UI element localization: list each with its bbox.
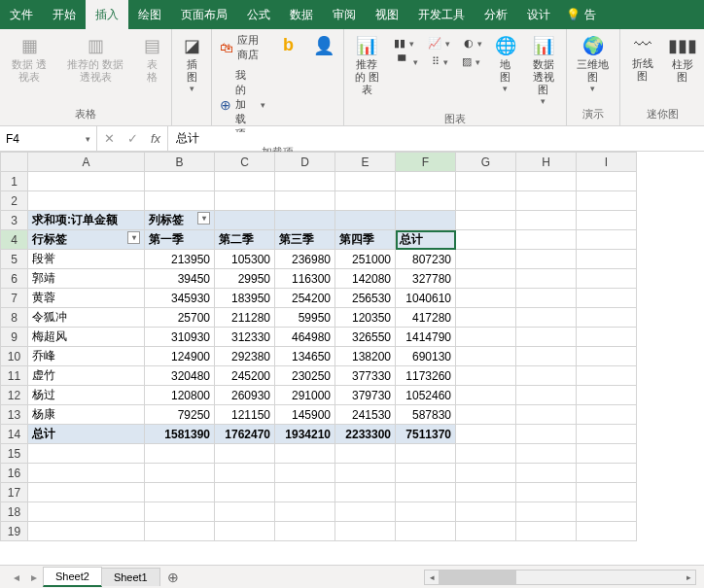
row-header-5[interactable]: 5 (1, 250, 28, 269)
cell-D7[interactable]: 254200 (275, 289, 335, 308)
cell-A16[interactable] (28, 464, 145, 483)
cell-H3[interactable] (516, 211, 577, 230)
cell-A4[interactable]: 行标签▾ (28, 230, 145, 250)
cell-A7[interactable]: 黄蓉 (28, 289, 145, 308)
cell-G11[interactable] (456, 366, 516, 386)
name-box-dropdown-icon[interactable]: ▾ (86, 134, 90, 144)
cell-D15[interactable] (275, 444, 335, 464)
cell-E17[interactable] (335, 483, 396, 502)
cell-C2[interactable] (215, 191, 275, 211)
cell-C8[interactable]: 211280 (215, 308, 275, 328)
cell-A17[interactable] (28, 483, 145, 502)
name-box-input[interactable] (6, 132, 64, 146)
scroll-right-icon[interactable]: ▸ (682, 571, 695, 584)
name-box[interactable]: ▾ (0, 126, 97, 151)
cell-I1[interactable] (577, 172, 637, 191)
cell-I7[interactable] (577, 289, 637, 308)
cell-A6[interactable]: 郭靖 (28, 269, 145, 289)
cell-F13[interactable]: 587830 (396, 405, 456, 425)
cancel-formula-button[interactable]: ✕ (97, 131, 121, 146)
scatter-chart-button[interactable]: ⠿▾ (428, 53, 452, 70)
tab-developer[interactable]: 开发工具 (408, 0, 475, 29)
cell-H18[interactable] (516, 502, 577, 522)
row-header-4[interactable]: 4 (1, 230, 28, 250)
cell-F16[interactable] (396, 464, 456, 483)
cell-H13[interactable] (516, 405, 577, 425)
cell-H12[interactable] (516, 386, 577, 405)
cell-B12[interactable]: 120800 (145, 386, 215, 405)
cell-I11[interactable] (577, 366, 637, 386)
cell-B7[interactable]: 345930 (145, 289, 215, 308)
cell-B9[interactable]: 310930 (145, 328, 215, 347)
cell-B18[interactable] (145, 502, 215, 522)
cell-F4[interactable]: 总计 (396, 230, 456, 250)
cell-D1[interactable] (275, 172, 335, 191)
cell-G10[interactable] (456, 347, 516, 366)
cell-E10[interactable]: 138200 (335, 347, 396, 366)
cell-G3[interactable] (456, 211, 516, 230)
cell-F6[interactable]: 327780 (396, 269, 456, 289)
cell-G19[interactable] (456, 522, 516, 541)
cell-I14[interactable] (577, 425, 637, 444)
formula-input[interactable] (176, 132, 696, 146)
cell-H17[interactable] (516, 483, 577, 502)
row-header-7[interactable]: 7 (1, 289, 28, 308)
cell-F17[interactable] (396, 483, 456, 502)
cell-G8[interactable] (456, 308, 516, 328)
scroll-thumb[interactable] (439, 571, 516, 584)
cell-F11[interactable]: 1173260 (396, 366, 456, 386)
store-button[interactable]: 🛍应用商店 (216, 31, 269, 64)
cell-H19[interactable] (516, 522, 577, 541)
cell-D4[interactable]: 第三季 (275, 230, 335, 250)
maps-button[interactable]: 🌐地图▾ (490, 31, 521, 97)
cell-C12[interactable]: 260930 (215, 386, 275, 405)
cell-G14[interactable] (456, 425, 516, 444)
column-header-A[interactable]: A (28, 153, 145, 172)
cell-E2[interactable] (335, 191, 396, 211)
row-header-10[interactable]: 10 (1, 347, 28, 366)
cell-I8[interactable] (577, 308, 637, 328)
cell-I2[interactable] (577, 191, 637, 211)
cell-E6[interactable]: 142080 (335, 269, 396, 289)
cell-F10[interactable]: 690130 (396, 347, 456, 366)
cell-H5[interactable] (516, 250, 577, 269)
cell-I4[interactable] (577, 230, 637, 250)
cell-G9[interactable] (456, 328, 516, 347)
cell-B10[interactable]: 124900 (145, 347, 215, 366)
cell-I17[interactable] (577, 483, 637, 502)
cell-H4[interactable] (516, 230, 577, 250)
cell-B14[interactable]: 1581390 (145, 425, 215, 444)
cell-C10[interactable]: 292380 (215, 347, 275, 366)
cell-E12[interactable]: 379730 (335, 386, 396, 405)
tab-page-layout[interactable]: 页面布局 (171, 0, 237, 29)
sparkline-column-button[interactable]: ▮▮▮柱形图 (664, 31, 700, 87)
cell-C6[interactable]: 29950 (215, 269, 275, 289)
cell-B13[interactable]: 79250 (145, 405, 215, 425)
cell-E5[interactable]: 251000 (335, 250, 396, 269)
cell-D17[interactable] (275, 483, 335, 502)
cell-D12[interactable]: 291000 (275, 386, 335, 405)
cell-H9[interactable] (516, 328, 577, 347)
sheet-nav-prev[interactable]: ◂ (8, 571, 25, 584)
cell-C9[interactable]: 312330 (215, 328, 275, 347)
cell-C4[interactable]: 第二季 (215, 230, 275, 250)
sheet-nav-next[interactable]: ▸ (25, 571, 43, 584)
cell-B11[interactable]: 320480 (145, 366, 215, 386)
cell-E7[interactable]: 256530 (335, 289, 396, 308)
cell-D2[interactable] (275, 191, 335, 211)
cell-H6[interactable] (516, 269, 577, 289)
cell-E18[interactable] (335, 502, 396, 522)
enter-formula-button[interactable]: ✓ (121, 131, 144, 146)
cell-H2[interactable] (516, 191, 577, 211)
column-header-I[interactable]: I (577, 153, 637, 172)
cell-D5[interactable]: 236980 (275, 250, 335, 269)
cell-E11[interactable]: 377330 (335, 366, 396, 386)
tab-view[interactable]: 视图 (366, 0, 408, 29)
cell-H8[interactable] (516, 308, 577, 328)
tab-review[interactable]: 审阅 (323, 0, 366, 29)
cell-E14[interactable]: 2233300 (335, 425, 396, 444)
cell-C3[interactable] (215, 211, 275, 230)
cell-B8[interactable]: 25700 (145, 308, 215, 328)
cell-H11[interactable] (516, 366, 577, 386)
column-chart-button[interactable]: ▮▮▾ (390, 35, 418, 52)
